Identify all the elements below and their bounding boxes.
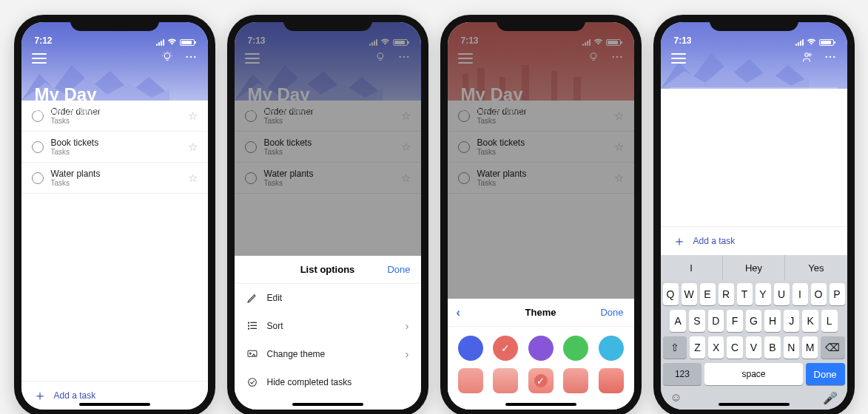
theme-color-swatch[interactable] (599, 336, 624, 361)
svg-point-2 (164, 53, 170, 59)
theme-color-swatch[interactable] (493, 336, 518, 361)
key-s[interactable]: S (689, 310, 705, 332)
theme-image-swatch[interactable] (458, 368, 483, 393)
suggestion-bar: I Hey Yes (661, 255, 847, 280)
sort-icon (246, 320, 258, 332)
svg-point-5 (194, 56, 195, 58)
add-task-button[interactable]: ＋ Add a task (661, 226, 847, 255)
task-row[interactable]: Book ticketsTasks ☆ (21, 132, 208, 163)
task-row[interactable]: Water plantsTasks ☆ (21, 163, 208, 194)
key-q[interactable]: Q (663, 283, 679, 305)
svg-point-3 (186, 56, 187, 58)
more-icon[interactable] (824, 50, 837, 67)
option-sort[interactable]: Sort › (235, 312, 421, 340)
star-icon[interactable]: ☆ (188, 140, 198, 154)
wifi-icon (807, 38, 816, 46)
key-e[interactable]: E (700, 283, 716, 305)
menu-button[interactable] (32, 53, 47, 64)
task-sub: Tasks (51, 148, 181, 156)
option-label: Hide completed tasks (267, 377, 352, 387)
checkbox-icon[interactable] (32, 141, 44, 153)
task-title: Water plants (51, 169, 181, 179)
palette-icon (246, 348, 258, 360)
sheet-header: List options Done (235, 256, 421, 284)
list-title-input[interactable]: Untitled list (670, 87, 838, 113)
menu-button[interactable] (671, 53, 686, 64)
key-u[interactable]: U (774, 283, 790, 305)
key-r[interactable]: R (719, 283, 734, 305)
key-p[interactable]: P (830, 283, 845, 305)
key-x[interactable]: X (708, 336, 724, 359)
sheet-title: Theme (525, 307, 556, 318)
theme-image-swatch[interactable] (493, 368, 518, 393)
theme-image-swatch[interactable] (599, 368, 624, 393)
battery-icon (819, 39, 834, 46)
suggestion[interactable]: Yes (785, 255, 847, 280)
svg-point-4 (189, 56, 191, 58)
svg-point-36 (833, 56, 835, 58)
option-label: Sort (267, 321, 283, 331)
key-c[interactable]: C (727, 336, 742, 359)
notch (497, 15, 585, 31)
option-edit[interactable]: Edit (235, 284, 421, 312)
key-z[interactable]: Z (690, 336, 705, 359)
done-button[interactable]: Done (600, 307, 623, 318)
theme-sheet: ‹ Theme Done (448, 299, 634, 410)
key-v[interactable]: V (746, 336, 761, 359)
more-icon[interactable] (184, 50, 198, 67)
shift-key[interactable]: ⇧ (663, 336, 687, 359)
key-o[interactable]: O (811, 283, 827, 305)
checkbox-icon[interactable] (32, 172, 44, 184)
svg-rect-13 (250, 322, 257, 323)
theme-colors-row (448, 327, 634, 365)
numbers-key[interactable]: 123 (663, 363, 702, 385)
option-hide-completed[interactable]: Hide completed tasks (235, 368, 421, 396)
emoji-key[interactable]: ☺ (670, 391, 682, 405)
svg-point-20 (248, 379, 256, 387)
theme-color-swatch[interactable] (563, 336, 588, 361)
phone-3: 7:13 My Day Sunday, 25 November Order di… (440, 15, 642, 414)
space-key[interactable]: space (704, 363, 802, 385)
key-w[interactable]: W (682, 283, 697, 305)
wifi-icon (167, 38, 177, 46)
star-icon[interactable]: ☆ (188, 172, 198, 185)
option-theme[interactable]: Change theme › (235, 340, 421, 368)
theme-image-swatch[interactable] (563, 368, 588, 393)
done-button[interactable]: Done (387, 264, 410, 275)
chevron-right-icon: › (406, 320, 409, 332)
suggestions-icon[interactable] (161, 50, 174, 67)
add-task-label: Add a task (693, 236, 736, 246)
keyboard-done-key[interactable]: Done (806, 363, 845, 385)
key-j[interactable]: J (784, 310, 800, 332)
home-indicator (719, 403, 790, 406)
mic-key[interactable]: 🎤 (823, 391, 838, 405)
battery-icon (180, 39, 195, 46)
key-g[interactable]: G (746, 310, 762, 332)
key-y[interactable]: Y (756, 283, 771, 305)
share-icon[interactable] (800, 50, 813, 67)
theme-color-swatch[interactable] (528, 336, 554, 361)
key-m[interactable]: M (802, 336, 818, 359)
svg-point-35 (829, 56, 830, 58)
key-b[interactable]: B (764, 336, 780, 359)
key-d[interactable]: D (708, 310, 724, 332)
suggestion[interactable]: Hey (723, 255, 785, 280)
theme-image-swatch[interactable] (528, 368, 554, 393)
key-a[interactable]: A (670, 310, 686, 332)
key-n[interactable]: N (784, 336, 799, 359)
pencil-icon (246, 292, 258, 304)
list-options-sheet: List options Done Edit Sort › Change the… (235, 256, 421, 410)
chevron-right-icon: › (406, 348, 409, 360)
key-t[interactable]: T (737, 283, 753, 305)
key-f[interactable]: F (727, 310, 743, 332)
key-i[interactable]: I (793, 283, 808, 305)
back-button[interactable]: ‹ (457, 306, 460, 319)
backspace-key[interactable]: ⌫ (821, 336, 844, 359)
theme-color-swatch[interactable] (458, 336, 483, 361)
key-l[interactable]: L (821, 310, 838, 332)
key-h[interactable]: H (764, 310, 781, 332)
cellular-icon (795, 39, 804, 46)
key-k[interactable]: K (802, 310, 818, 332)
notch (710, 15, 798, 31)
suggestion[interactable]: I (661, 255, 723, 280)
